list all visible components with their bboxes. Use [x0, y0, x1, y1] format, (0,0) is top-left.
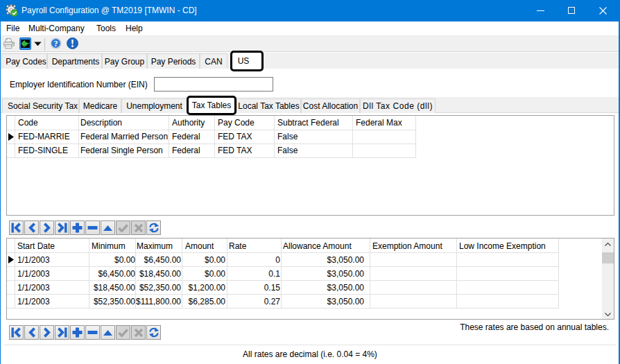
svg-text:?: ?	[54, 40, 58, 48]
